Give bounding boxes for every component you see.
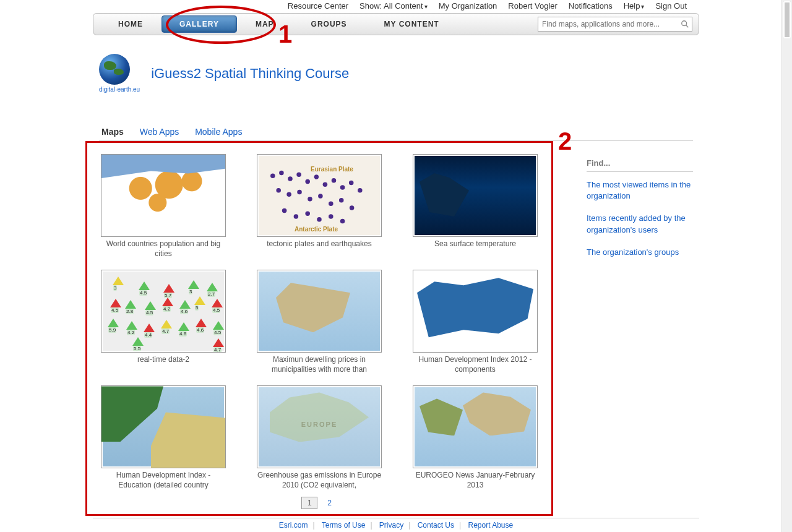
svg-point-26: [340, 219, 345, 224]
globe-icon: [99, 54, 130, 85]
footer: Esri.com| Terms of Use| Privacy| Contact…: [93, 518, 699, 530]
nav-groups[interactable]: GROUPS: [293, 20, 366, 28]
gallery-item-title: real-time data-2: [100, 355, 227, 365]
gallery-item-title: Human Development Index - Education (det…: [100, 471, 227, 490]
user-name[interactable]: Robert Vogler: [508, 1, 557, 11]
help-dropdown[interactable]: Help: [624, 1, 645, 11]
resource-center-link[interactable]: Resource Center: [288, 1, 348, 11]
scrollbar-thumb[interactable]: [783, 1, 791, 38]
svg-point-7: [314, 174, 319, 179]
svg-point-17: [318, 194, 323, 199]
gallery-item[interactable]: Human Development Index 2012 - component…: [411, 270, 539, 374]
svg-point-21: [282, 208, 287, 213]
gallery-item[interactable]: Eurasian Plate Antarctic Plate tectonic …: [256, 154, 383, 259]
annotation-number-2: 2: [558, 127, 572, 155]
map-thumbnail: 34.55.732.74.52.84.54.24.654.55.94.24.44…: [101, 270, 226, 353]
gallery-item-title: tectonic plates and earthquakes: [256, 239, 383, 249]
svg-point-25: [329, 214, 334, 219]
map-thumbnail: [101, 154, 226, 237]
svg-point-11: [349, 181, 354, 186]
map-thumbnail: [413, 154, 538, 237]
gallery-grid: World countries population and big citie…: [100, 154, 539, 491]
svg-point-23: [305, 212, 310, 217]
map-thumbnail: [413, 270, 538, 353]
gallery-subnav: Maps Web Apps Mobile Apps: [101, 127, 792, 137]
footer-link[interactable]: Terms of Use: [322, 521, 366, 530]
sign-out-link[interactable]: Sign Out: [655, 1, 687, 11]
page-title: iGuess2 Spatial Thinking Course: [151, 66, 349, 82]
svg-point-14: [286, 192, 291, 197]
footer-link[interactable]: Report Abuse: [468, 521, 514, 530]
org-logo: digital-earth.eu: [99, 54, 140, 93]
my-organization-link[interactable]: My Organization: [439, 1, 497, 11]
map-thumbnail: [413, 385, 538, 468]
plate-label: Eurasian Plate: [311, 166, 353, 173]
gallery-item[interactable]: Maximun dewelling prices in municipaliti…: [256, 270, 383, 374]
map-thumbnail: [257, 385, 382, 468]
brand-row: digital-earth.eu iGuess2 Spatial Thinkin…: [99, 54, 792, 93]
gallery-item-title: EUROGEO News January-February 2013: [411, 471, 539, 490]
main-nav: HOME GALLERY MAP GROUPS MY CONTENT: [93, 13, 699, 35]
subnav-maps[interactable]: Maps: [101, 127, 124, 137]
gallery-item-title: Human Development Index 2012 - component…: [411, 355, 539, 374]
map-thumbnail: Eurasian Plate Antarctic Plate: [257, 154, 382, 237]
page-link[interactable]: 2: [322, 497, 337, 508]
search-box[interactable]: [538, 17, 692, 32]
svg-point-10: [340, 185, 345, 190]
footer-link[interactable]: Contact Us: [418, 521, 454, 530]
svg-point-9: [332, 178, 337, 183]
nav-map[interactable]: MAP: [237, 20, 293, 28]
subnav-web-apps[interactable]: Web Apps: [140, 127, 179, 137]
svg-point-8: [323, 182, 328, 187]
svg-point-15: [297, 190, 302, 195]
gallery-item-title: Maximun dewelling prices in municipaliti…: [256, 355, 383, 374]
sidebar-heading: Find...: [587, 158, 693, 172]
subnav-mobile-apps[interactable]: Mobile Apps: [195, 127, 242, 137]
utility-bar: Resource Center Show: All Content My Org…: [0, 0, 792, 13]
search-input[interactable]: [541, 19, 681, 29]
notifications-link[interactable]: Notifications: [569, 1, 613, 11]
page-current: 1: [301, 497, 317, 509]
nav-home[interactable]: HOME: [100, 20, 161, 28]
plate-label: Antarctic Plate: [295, 226, 338, 233]
sidebar-link-groups[interactable]: The organization's groups: [587, 247, 693, 258]
gallery-item[interactable]: World countries population and big citie…: [100, 154, 227, 259]
svg-point-24: [317, 217, 322, 222]
footer-link[interactable]: Privacy: [379, 521, 403, 530]
search-icon[interactable]: [681, 20, 689, 28]
svg-point-0: [682, 21, 687, 26]
org-logo-caption: digital-earth.eu: [99, 86, 140, 93]
gallery-item-title: World countries population and big citie…: [100, 239, 227, 259]
gallery-item-title: Sea surface temperature: [411, 239, 539, 249]
nav-my-content[interactable]: MY CONTENT: [366, 20, 458, 28]
map-thumbnail: [257, 270, 382, 353]
svg-point-19: [339, 198, 344, 203]
scrollbar[interactable]: [781, 0, 792, 532]
pagination: 1 2: [100, 497, 539, 509]
gallery-item[interactable]: Greenhouse gas emissions in Europe 2010 …: [256, 385, 383, 490]
gallery-item[interactable]: EUROGEO News January-February 2013: [411, 385, 539, 490]
svg-point-5: [296, 173, 301, 178]
show-content-dropdown[interactable]: Show: All Content: [359, 1, 428, 11]
footer-link[interactable]: Esri.com: [279, 521, 308, 530]
gallery-item[interactable]: Sea surface temperature: [411, 154, 539, 259]
svg-point-20: [350, 205, 355, 210]
gallery-item-title: Greenhouse gas emissions in Europe 2010 …: [256, 471, 383, 490]
gallery-grid-highlight: World countries population and big citie…: [85, 141, 553, 516]
sidebar-link-most-viewed[interactable]: The most viewed items in the organizatio…: [587, 179, 693, 202]
svg-point-22: [294, 214, 299, 219]
svg-point-18: [329, 202, 334, 207]
svg-point-3: [279, 171, 284, 176]
svg-point-13: [276, 188, 281, 193]
map-thumbnail: [101, 385, 226, 468]
svg-point-4: [288, 176, 293, 181]
sidebar: Find... The most viewed items in the org…: [587, 141, 693, 516]
svg-point-2: [270, 173, 275, 178]
sidebar-link-recent[interactable]: Items recently added by the organization…: [587, 213, 693, 235]
svg-point-12: [358, 188, 363, 193]
gallery-item[interactable]: Human Development Index - Education (det…: [100, 385, 227, 490]
nav-gallery[interactable]: GALLERY: [161, 15, 237, 33]
svg-point-16: [308, 197, 312, 202]
svg-point-6: [305, 179, 310, 184]
gallery-item[interactable]: 34.55.732.74.52.84.54.24.654.55.94.24.44…: [100, 270, 227, 374]
